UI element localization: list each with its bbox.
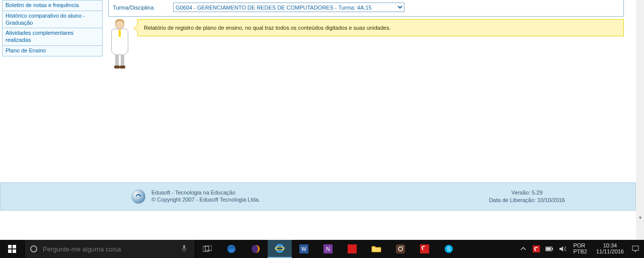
sidebar-item-historico[interactable]: Histórico comparativo do aluno - Graduaç…: [3, 11, 102, 29]
red-app-taskbar-button[interactable]: [340, 240, 364, 258]
chevron-up-icon: [521, 247, 526, 251]
edge-taskbar-button[interactable]: [219, 240, 244, 258]
start-button[interactable]: [0, 240, 24, 258]
cortana-search[interactable]: [24, 240, 195, 258]
firefox-icon: [251, 244, 261, 254]
footer-text: Edusoft - Tecnologia na Educação © Copyr…: [151, 189, 260, 204]
pinned-apps: W N S: [219, 240, 461, 258]
ie-icon: [275, 243, 285, 253]
avira-icon: [420, 244, 429, 253]
task-view-icon: [203, 245, 212, 252]
folder-taskbar-button[interactable]: [364, 240, 388, 258]
svg-text:S: S: [447, 246, 450, 252]
svg-rect-3: [13, 249, 16, 253]
svg-rect-23: [546, 247, 551, 250]
sidebar-item-atividades[interactable]: Atividades complementares realizadas: [3, 28, 102, 46]
help-row: Relatório de registro de plano de ensino…: [108, 19, 624, 70]
svg-rect-0: [8, 245, 12, 248]
sidebar-item-label: Boletim de notas e frequência: [6, 2, 79, 8]
sidebar-item-boletim[interactable]: Boletim de notas e frequência: [3, 1, 102, 11]
system-tray: POR PTB2 10:34 11/11/2016: [515, 240, 644, 258]
edusoft-logo-icon: [131, 189, 145, 204]
onenote-taskbar-button[interactable]: N: [316, 240, 340, 258]
help-callout: Relatório de registro de plano de ensino…: [137, 19, 624, 36]
lang-line2: PTB2: [573, 249, 587, 255]
clock-date: 11/11/2016: [596, 249, 624, 255]
windows-taskbar: W N S POR PTB2: [0, 240, 644, 258]
svg-rect-1: [13, 245, 16, 248]
windows-logo-icon: [8, 245, 16, 253]
red-square-icon: [348, 244, 357, 253]
onenote-icon: N: [324, 244, 333, 253]
sidebar-nav: Boletim de notas e frequência Histórico …: [2, 0, 103, 56]
tray-overflow-button[interactable]: [519, 244, 528, 253]
svg-rect-2: [8, 249, 12, 253]
svg-point-10: [276, 245, 283, 252]
word-icon: W: [299, 244, 308, 253]
skype-icon: S: [444, 244, 454, 254]
sidebar-item-label: Plano de Ensino: [6, 47, 46, 53]
edge-icon: [226, 244, 236, 254]
footer-left: Edusoft - Tecnologia na Educação © Copyr…: [131, 189, 260, 204]
svg-rect-16: [396, 244, 405, 253]
firefox-taskbar-button[interactable]: [244, 240, 268, 258]
folder-icon: [371, 245, 381, 253]
cortana-icon: [30, 245, 38, 253]
vertical-scrollbar[interactable]: ▾: [636, 0, 644, 240]
footer-line2: © Copyright 2007 - Edusoft Tecnologia Lt…: [151, 197, 260, 204]
svg-text:N: N: [326, 246, 330, 252]
microphone-icon[interactable]: [179, 245, 190, 253]
footer-release: Data de Liberação: 10/10/2016: [489, 197, 565, 204]
svg-rect-24: [632, 246, 638, 250]
footer-version: Versão: 5.29: [489, 189, 565, 197]
search-input[interactable]: [43, 245, 174, 253]
svg-point-4: [31, 246, 37, 252]
tray-volume-icon[interactable]: [558, 244, 567, 253]
help-text: Relatório de registro de plano de ensino…: [144, 25, 390, 31]
scroll-down-icon[interactable]: ▾: [636, 214, 643, 221]
mascot-icon: [108, 19, 132, 70]
footer-line1: Edusoft - Tecnologia na Educação: [151, 189, 260, 197]
tray-avira-icon[interactable]: [532, 244, 541, 253]
instagram-icon: [396, 244, 405, 253]
form-row-turma: Turma/Disciplina G0604 - GERENCIAMENTO D…: [113, 3, 619, 12]
action-center-button[interactable]: [631, 244, 640, 253]
sidebar-item-label: Histórico comparativo do aluno - Graduaç…: [6, 13, 85, 26]
notification-icon: [632, 245, 639, 252]
clock[interactable]: 10:34 11/11/2016: [593, 243, 627, 254]
turma-select[interactable]: G0604 - GERENCIAMENTO DE REDES DE COMPUT…: [173, 3, 405, 12]
task-view-button[interactable]: [195, 240, 219, 258]
instagram-taskbar-button[interactable]: [388, 240, 413, 258]
svg-rect-22: [552, 248, 553, 250]
svg-rect-5: [183, 245, 185, 249]
svg-point-18: [403, 246, 404, 247]
ie-taskbar-button[interactable]: [268, 240, 292, 258]
avira-taskbar-button[interactable]: [413, 240, 437, 258]
tray-battery-icon[interactable]: [545, 244, 554, 253]
word-taskbar-button[interactable]: W: [292, 240, 316, 258]
filter-panel: Turma/Disciplina G0604 - GERENCIAMENTO D…: [108, 0, 624, 17]
language-indicator[interactable]: POR PTB2: [571, 243, 589, 254]
sidebar-item-label: Atividades complementares realizadas: [6, 30, 73, 43]
footer-bar: Edusoft - Tecnologia na Educação © Copyr…: [0, 182, 636, 211]
skype-taskbar-button[interactable]: S: [437, 240, 461, 258]
svg-text:W: W: [301, 246, 307, 252]
sidebar-item-plano[interactable]: Plano de Ensino: [3, 46, 102, 56]
turma-label: Turma/Disciplina: [113, 5, 168, 11]
footer-right: Versão: 5.29 Data de Liberação: 10/10/20…: [489, 189, 565, 204]
